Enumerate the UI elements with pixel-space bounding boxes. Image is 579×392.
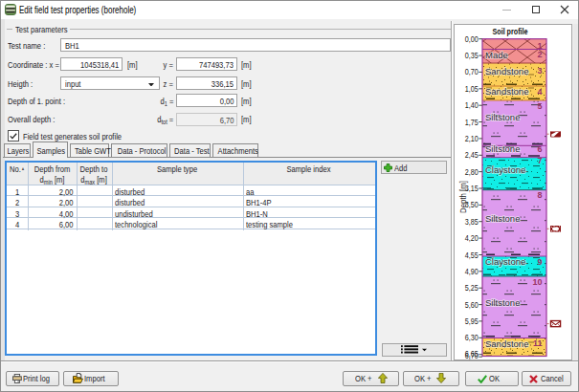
svg-text:Claystone: Claystone [485,164,525,175]
svg-text:5,95: 5,95 [465,316,479,326]
svg-text:2,10: 2,10 [465,134,479,143]
svg-text:6,30: 6,30 [465,333,479,342]
svg-text:11: 11 [533,338,543,348]
svg-text:4: 4 [537,87,542,97]
svg-text:Sandstone: Sandstone [485,86,528,97]
svg-text:4,90: 4,90 [465,267,479,276]
svg-text:Sandstone: Sandstone [485,338,528,349]
svg-text:2: 2 [537,50,542,59]
svg-text:8: 8 [537,190,542,200]
svg-text:Siltstone: Siltstone [485,297,520,308]
svg-text:Depth [m]: Depth [m] [458,181,468,213]
svg-text:6: 6 [537,144,542,154]
svg-text:Made: Made [485,50,508,60]
svg-text:Siltstone: Siltstone [485,143,520,154]
svg-text:Sandstone: Sandstone [485,66,528,76]
svg-text:9: 9 [537,257,542,267]
svg-text:Siltstone: Siltstone [485,213,520,224]
svg-text:0,35: 0,35 [465,51,479,60]
svg-text:6,70: 6,70 [465,351,479,360]
svg-text:Soil profile: Soil profile [493,26,528,36]
svg-text:1,40: 1,40 [465,100,479,110]
svg-text:3: 3 [537,66,542,76]
svg-text:4,20: 4,20 [465,233,479,243]
svg-text:10: 10 [532,277,542,287]
svg-text:Claystone: Claystone [485,256,525,267]
svg-text:4,55: 4,55 [465,250,479,260]
svg-text:0,00: 0,00 [465,34,479,44]
svg-text:3,85: 3,85 [465,217,479,227]
svg-text:2,45: 2,45 [465,150,479,160]
svg-text:Siltstone: Siltstone [485,112,520,122]
svg-text:7: 7 [537,156,542,165]
svg-text:2,80: 2,80 [465,167,479,177]
svg-text:1,75: 1,75 [465,118,479,127]
svg-text:0,70: 0,70 [465,67,479,76]
svg-text:1,05: 1,05 [465,84,479,94]
svg-text:5,60: 5,60 [465,300,479,310]
svg-text:5,25: 5,25 [465,283,479,293]
svg-text:5: 5 [537,101,542,111]
